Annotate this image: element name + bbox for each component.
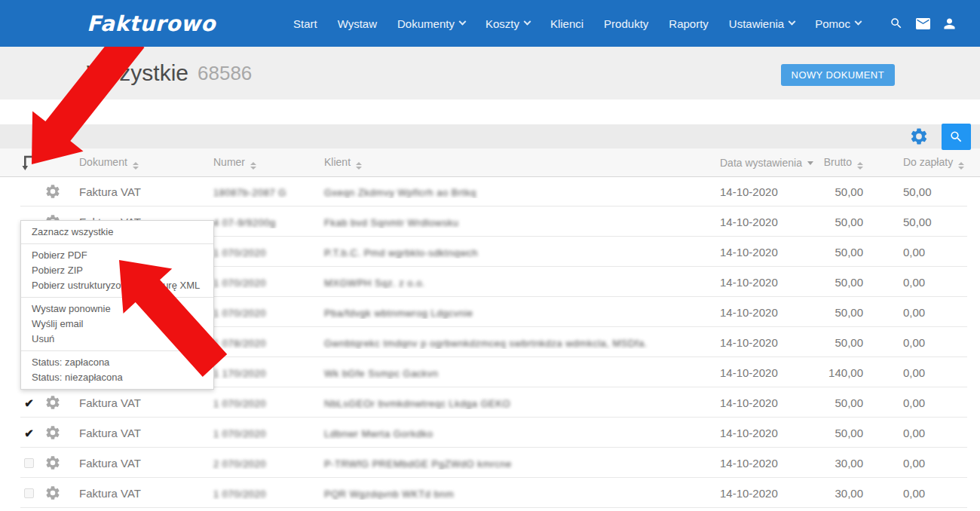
document-type: Faktura VAT	[68, 185, 202, 198]
nav-item-koszty[interactable]: Koszty	[485, 17, 530, 30]
row-checkbox[interactable]	[24, 458, 34, 468]
gross-amount: 50,00	[809, 276, 878, 289]
top-navbar: Fakturowo Start Wystaw Dokumenty Koszty …	[0, 0, 980, 47]
row-checkbox[interactable]: ✔	[24, 427, 34, 439]
client-name-redacted: Gxeqn Zkdmvy Wpflcrh ao Brtkq	[324, 187, 476, 198]
client-name-redacted: NbLsGEOr bvmkdnwtreqc Lkdga GEKO	[324, 398, 510, 409]
nav-item-dokumenty[interactable]: Dokumenty	[397, 17, 465, 30]
table-row: ✔ Faktura VAT 1 070/2020 NbLsGEOr bvmkdn…	[0, 388, 980, 418]
menu-item-status-zaplacona[interactable]: Status: zapłacona	[21, 355, 213, 370]
nav-item-klienci[interactable]: Klienci	[550, 17, 583, 30]
navbar-icon-group	[890, 17, 956, 30]
table-row: ✔ Faktura VAT 1 070/2020 Ldbnwr Mwrta Go…	[0, 418, 980, 448]
gross-amount: 140,00	[809, 366, 878, 379]
row-checkbox[interactable]: ✔	[24, 397, 34, 408]
title-band: Wszystkie 68586 NOWY DOKUMENT	[0, 47, 980, 99]
mail-icon[interactable]	[916, 18, 930, 29]
column-header-data-wystawienia[interactable]: Data wystawienia	[707, 157, 809, 169]
row-checkbox[interactable]	[24, 488, 34, 498]
nav-item-raporty[interactable]: Raporty	[669, 17, 709, 30]
search-icon[interactable]	[890, 17, 903, 30]
row-actions-gear-icon[interactable]	[44, 394, 61, 411]
table-search-button[interactable]	[942, 124, 971, 150]
gross-amount: 50,00	[809, 216, 878, 228]
client-name-redacted: Gwnbtqrekc tmdqnv p ogrbwnkdzmceq swbrtn…	[324, 338, 648, 349]
nav-item-produkty[interactable]: Produkty	[604, 17, 648, 30]
table-header: Dokument Numer Klient Data wystawienia B…	[0, 148, 980, 177]
nav-item-ustawienia[interactable]: Ustawienia	[729, 17, 795, 30]
brand-logo[interactable]: Fakturowo	[87, 11, 216, 36]
table-row: Faktura VAT 2 070/2020 P-TRWfG PREMbdGE …	[0, 448, 980, 479]
menu-item-pobierz-zip[interactable]: Pobierz ZIP	[21, 263, 213, 278]
issue-date: 14-10-2020	[707, 457, 809, 470]
row-actions-gear-icon[interactable]	[44, 183, 61, 200]
client-name-redacted: MXGWPH Sqz. z o.o.	[324, 277, 425, 289]
client-name-redacted: Ldbnwr Mwrta Gorkdko	[324, 428, 433, 439]
amount-due: 0,00	[878, 487, 967, 500]
document-number-redacted: 1 070/2020	[213, 247, 266, 259]
column-header-brutto[interactable]: Brutto	[809, 156, 878, 170]
column-header-klient[interactable]: Klient	[314, 156, 707, 170]
bulk-actions-dropdown-trigger[interactable]	[20, 155, 38, 171]
amount-due: 0,00	[878, 306, 967, 319]
document-number-redacted: 1 070/2020	[213, 308, 266, 319]
row-actions-gear-icon[interactable]	[44, 485, 61, 501]
menu-item-wystaw-ponownie[interactable]: Wystaw ponownie	[21, 301, 213, 317]
document-type: Faktura VAT	[68, 487, 202, 500]
chevron-down-icon	[523, 17, 531, 25]
menu-item-pobierz-xml[interactable]: Pobierz ustrukturyzowaną fakturę XML	[21, 278, 213, 293]
menu-item-zaznacz-wszystkie[interactable]: Zaznacz wszystkie	[21, 225, 213, 240]
settings-gear-icon[interactable]	[909, 127, 929, 148]
issue-date: 14-10-2020	[707, 396, 809, 409]
column-header-numer[interactable]: Numer	[202, 156, 314, 170]
sort-icon	[356, 162, 362, 170]
amount-due: 0,00	[878, 366, 967, 379]
client-name-redacted: Pba/fdvgk wbtnmwrog Ldgcvnie	[324, 308, 473, 319]
user-icon[interactable]	[943, 17, 956, 30]
issue-date: 14-10-2020	[707, 246, 809, 259]
menu-item-pobierz-pdf[interactable]: Pobierz PDF	[21, 248, 213, 263]
client-name-redacted: Fkab bvd Sqnmtr Wrdlowsku	[324, 217, 458, 228]
document-type: Faktura VAT	[68, 457, 202, 470]
menu-group-status: Status: zapłacona Status: niezapłacona	[21, 351, 213, 389]
amount-due: 50,00	[878, 216, 967, 228]
nav-item-start[interactable]: Start	[293, 17, 317, 30]
issue-date: 14-10-2020	[707, 216, 809, 228]
amount-due: 50,00	[878, 185, 967, 198]
client-name-redacted: Wk bGfe Ssmpc Gackvn	[324, 368, 439, 379]
table-row: Faktura VAT 18087b-2087 G Gxeqn Zkdmvy W…	[0, 177, 980, 207]
corner-down-arrow-icon	[22, 155, 36, 171]
search-icon	[949, 130, 963, 144]
issue-date: 14-10-2020	[707, 487, 809, 500]
bulk-actions-menu: Zaznacz wszystkie Pobierz PDF Pobierz ZI…	[20, 220, 214, 390]
amount-due: 0,00	[878, 336, 967, 349]
new-document-button[interactable]: NOWY DOKUMENT	[781, 64, 895, 86]
row-actions-gear-icon[interactable]	[44, 454, 61, 471]
menu-item-usun[interactable]: Usuń	[21, 332, 213, 347]
chevron-down-icon	[789, 17, 796, 25]
menu-group-actions: Wystaw ponownie Wyślij email Usuń	[21, 298, 213, 351]
menu-item-status-niezaplacona[interactable]: Status: niezapłacona	[21, 370, 213, 385]
row-actions-gear-icon[interactable]	[44, 424, 61, 441]
page-body: Wszystkie 68586 NOWY DOKUMENT Dokument N…	[0, 47, 980, 509]
column-header-dokument[interactable]: Dokument	[68, 156, 202, 170]
document-type: Faktura VAT	[68, 396, 202, 409]
menu-item-wyslij-email[interactable]: Wyślij email	[21, 317, 213, 332]
chevron-down-icon	[458, 17, 466, 25]
column-header-do-zaplaty[interactable]: Do zapłaty	[878, 156, 967, 170]
document-number-redacted: 18087b-2087 G	[213, 187, 286, 198]
issue-date: 14-10-2020	[707, 366, 809, 379]
issue-date: 14-10-2020	[707, 306, 809, 319]
client-name-redacted: P.T.b.C. Pmd wgrbklo-sdktnqwch	[324, 247, 478, 259]
document-number-redacted: 1 070/2020	[213, 488, 266, 500]
gross-amount: 50,00	[809, 246, 878, 259]
nav-item-wystaw[interactable]: Wystaw	[338, 17, 377, 30]
client-name-redacted: PQR Wgzdqvnb WKTd bnm	[324, 488, 454, 500]
amount-due: 0,00	[878, 276, 967, 289]
nav-item-pomoc[interactable]: Pomoc	[815, 17, 861, 30]
menu-group-download: Pobierz PDF Pobierz ZIP Pobierz ustruktu…	[21, 244, 213, 298]
document-number-redacted: 2 070/2020	[213, 458, 266, 470]
chevron-down-icon	[854, 17, 862, 25]
issue-date: 14-10-2020	[707, 427, 809, 439]
page-title: Wszystkie	[87, 60, 188, 86]
